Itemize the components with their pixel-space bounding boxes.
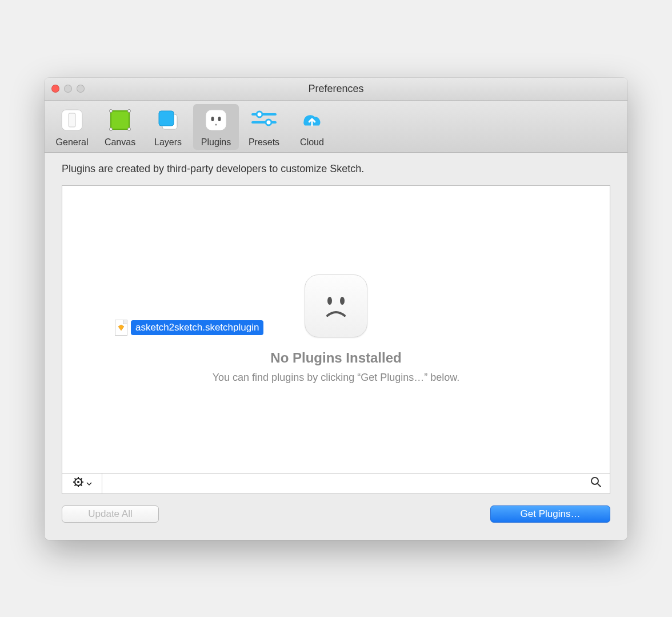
svg-point-4 <box>128 109 131 112</box>
svg-rect-2 <box>111 111 129 129</box>
svg-point-5 <box>110 128 113 130</box>
svg-point-6 <box>128 128 131 130</box>
plugin-list-bottombar <box>62 473 610 493</box>
svg-point-17 <box>327 297 332 305</box>
minimize-window-button[interactable] <box>64 85 72 93</box>
empty-state-subtitle: You can find plugins by clicking “Get Pl… <box>213 372 460 384</box>
toolbar-tab-label: Cloud <box>300 137 324 148</box>
toolbar-tab-label: Presets <box>249 137 279 148</box>
plugin-search-field[interactable] <box>102 473 610 493</box>
svg-line-30 <box>598 484 601 487</box>
toolbar-tab-label: Plugins <box>201 137 231 148</box>
close-window-button[interactable] <box>51 85 59 93</box>
sad-plugin-icon <box>305 274 367 337</box>
sketch-file-icon <box>115 320 127 336</box>
toolbar-tab-plugins[interactable]: Plugins <box>193 104 239 150</box>
canvas-icon <box>106 106 134 134</box>
plugins-list-container: asketch2sketch.sketchplugin No Plugins I… <box>62 185 610 494</box>
toolbar-tab-presets[interactable]: Presets <box>241 104 287 150</box>
titlebar: Preferences <box>45 78 627 101</box>
svg-point-12 <box>215 124 217 125</box>
svg-point-18 <box>340 297 345 305</box>
presets-icon <box>250 106 278 134</box>
layers-icon <box>154 106 182 134</box>
chevron-down-icon <box>86 478 92 488</box>
svg-line-25 <box>74 479 75 480</box>
svg-rect-8 <box>159 111 174 126</box>
update-all-button[interactable]: Update All <box>62 505 159 523</box>
search-icon <box>590 476 602 490</box>
gear-icon <box>73 476 84 490</box>
svg-point-20 <box>77 481 79 483</box>
footer: Update All Get Plugins… <box>62 494 610 523</box>
preferences-toolbar: General Canvas Layers <box>45 101 627 153</box>
toolbar-tab-label: Layers <box>154 137 182 148</box>
get-plugins-button[interactable]: Get Plugins… <box>490 505 610 523</box>
svg-rect-1 <box>69 113 75 127</box>
svg-point-14 <box>257 112 262 117</box>
toolbar-tab-label: Canvas <box>105 137 135 148</box>
preferences-window: Preferences General Canva <box>45 78 627 540</box>
toolbar-tab-canvas[interactable]: Canvas <box>97 104 143 150</box>
zoom-window-button[interactable] <box>77 85 85 93</box>
svg-point-3 <box>110 109 113 112</box>
toolbar-tab-general[interactable]: General <box>49 104 95 150</box>
svg-point-29 <box>591 477 598 484</box>
dragged-file-name: asketch2sketch.sketchplugin <box>131 320 263 335</box>
svg-point-10 <box>211 117 214 121</box>
svg-line-26 <box>81 485 82 486</box>
dragged-file[interactable]: asketch2sketch.sketchplugin <box>115 320 263 336</box>
traffic-lights <box>51 85 85 93</box>
cloud-icon <box>298 106 326 134</box>
svg-point-11 <box>218 117 221 121</box>
svg-point-16 <box>266 120 271 125</box>
toolbar-tab-cloud[interactable]: Cloud <box>289 104 335 150</box>
toolbar-tab-layers[interactable]: Layers <box>145 104 191 150</box>
empty-state: asketch2sketch.sketchplugin No Plugins I… <box>62 186 610 473</box>
empty-state-title: No Plugins Installed <box>270 350 401 366</box>
svg-line-27 <box>74 485 75 486</box>
svg-rect-9 <box>206 110 226 130</box>
plugins-icon <box>202 106 230 134</box>
plugin-actions-menu[interactable] <box>62 473 102 493</box>
plugins-description: Plugins are created by third-party devel… <box>62 163 610 175</box>
toolbar-tab-label: General <box>56 137 89 148</box>
general-icon <box>58 106 86 134</box>
svg-line-28 <box>81 479 82 480</box>
content-area: Plugins are created by third-party devel… <box>45 153 627 540</box>
window-title: Preferences <box>308 83 363 95</box>
